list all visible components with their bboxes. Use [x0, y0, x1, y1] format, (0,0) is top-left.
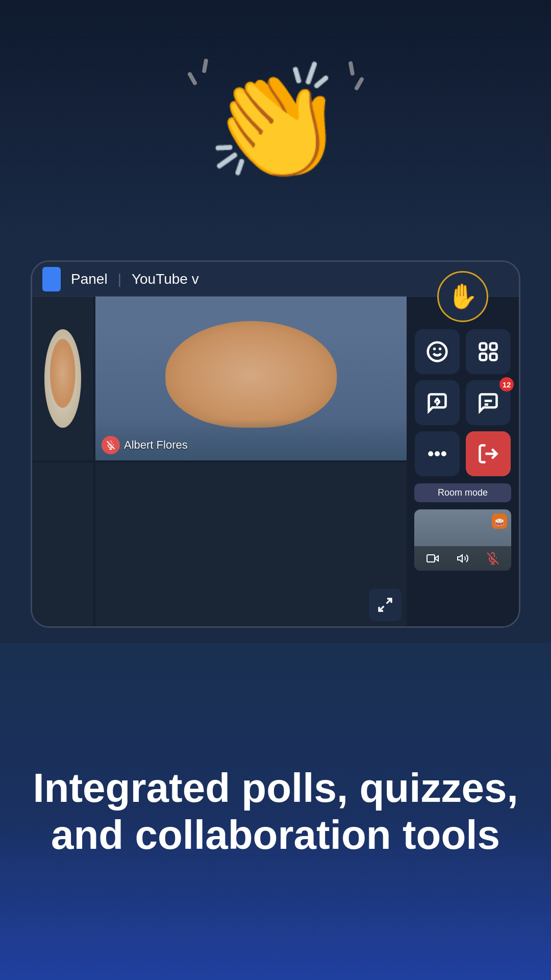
room-mode-button[interactable]: Room mode	[414, 483, 511, 502]
svg-rect-9	[490, 344, 497, 350]
raise-hand-button[interactable]: ✋	[437, 271, 488, 322]
svg-point-16	[436, 452, 439, 455]
tab-divider: |	[118, 271, 121, 287]
video-grid: Albert Flores	[32, 297, 407, 626]
motion-mark-1	[354, 77, 364, 91]
clapping-emoji-container: 👏	[206, 66, 346, 179]
preview-audio-button[interactable]	[454, 549, 472, 568]
side-top-video-cell	[32, 297, 93, 460]
svg-point-5	[428, 342, 447, 361]
right-panel: ✋	[407, 297, 519, 626]
svg-point-15	[429, 452, 432, 455]
main-video-cell: Albert Flores	[95, 297, 407, 460]
raise-hand-emoji: ✋	[447, 282, 478, 311]
tab-panel[interactable]: Panel	[71, 271, 108, 287]
drum-icon: 🥁	[492, 513, 507, 529]
tab-youtube[interactable]: YouTube v	[132, 271, 199, 287]
name-badge: Albert Flores	[102, 436, 188, 454]
side-bottom-video-cell	[32, 462, 93, 626]
chat-button[interactable]: 12	[466, 380, 511, 425]
svg-rect-11	[490, 354, 497, 360]
emoji-reaction-button[interactable]	[415, 329, 460, 374]
self-preview: 🥁	[414, 509, 511, 571]
motion-mark-2	[348, 61, 355, 76]
svg-point-17	[442, 452, 445, 455]
motion-mark-3	[187, 71, 197, 86]
grid-view-button[interactable]	[466, 329, 511, 374]
qa-button[interactable]	[415, 380, 460, 425]
main-bottom-video-cell	[95, 462, 407, 626]
svg-rect-10	[480, 354, 487, 360]
headline-line2: and collaboration tools	[51, 812, 500, 857]
blue-rect-icon	[42, 267, 61, 291]
headline-line1: Integrated polls, quizzes,	[33, 765, 518, 811]
preview-mic-button[interactable]	[484, 549, 502, 568]
action-grid: 12	[408, 329, 518, 476]
clapping-emoji: 👏	[206, 60, 346, 185]
preview-camera-button[interactable]	[423, 549, 442, 568]
leave-button[interactable]	[466, 431, 511, 476]
more-options-button[interactable]	[415, 431, 460, 476]
preview-controls	[414, 546, 511, 571]
svg-rect-19	[427, 555, 435, 562]
chat-badge: 12	[499, 377, 514, 391]
participant-name: Albert Flores	[124, 438, 188, 452]
main-content: Albert Flores	[32, 297, 519, 626]
tablet-section: Panel | YouTube v	[0, 245, 551, 643]
expand-button[interactable]	[369, 589, 402, 621]
tablet-frame: Panel | YouTube v	[31, 260, 520, 628]
side-avatar	[44, 329, 81, 428]
room-mode-label: Room mode	[438, 487, 488, 498]
main-headline: Integrated polls, quizzes, and collabora…	[33, 765, 518, 859]
bottom-section: Integrated polls, quizzes, and collabora…	[0, 643, 551, 980]
mic-off-icon	[102, 436, 120, 454]
svg-marker-20	[458, 555, 462, 562]
svg-rect-8	[480, 344, 487, 350]
top-section: 👏	[0, 0, 551, 245]
